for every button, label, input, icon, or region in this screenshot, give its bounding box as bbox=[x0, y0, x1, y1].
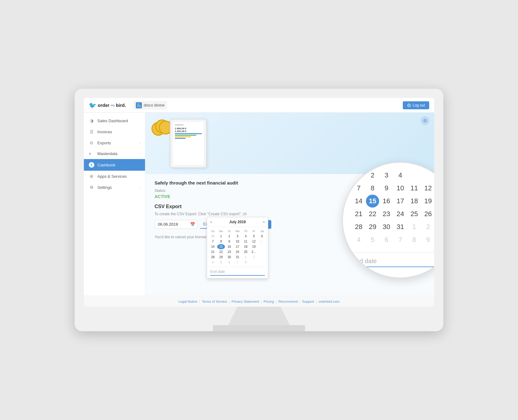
venue-icon: 🏪 bbox=[136, 102, 142, 108]
footer-sep-2: | bbox=[229, 300, 230, 303]
cashbook-title: Safely through the next financial audit bbox=[155, 180, 277, 185]
sidebar-item-cashbook[interactable]: € Cashbook bbox=[84, 159, 145, 171]
footer-sep-6: | bbox=[316, 300, 317, 303]
mag-row-3: 14 15 16 17 18 19 20 bbox=[352, 195, 434, 208]
exports-chevron: › bbox=[139, 141, 140, 145]
cal-next-btn[interactable]: » bbox=[263, 220, 265, 224]
cal-week-1: 30 1 2 3 4 5 6 bbox=[209, 234, 266, 239]
mag-end-date-section: End date bbox=[343, 252, 434, 272]
cal-prev-btn[interactable]: « bbox=[210, 220, 212, 224]
settings-chevron: › bbox=[139, 186, 140, 189]
footer-sep-3: | bbox=[261, 300, 262, 303]
calendar-icon[interactable]: 📅 bbox=[190, 222, 195, 227]
cal-week-4: 21 22 23 24 25 2… bbox=[209, 249, 266, 255]
content-area: orderbird 1.000,00 € 1.233,18 € ⚙ bbox=[145, 113, 434, 296]
footer-sep-1: | bbox=[199, 300, 200, 303]
monitor-stand bbox=[228, 307, 290, 325]
cal-week-5: 28 29 30 31 1 2 bbox=[209, 255, 266, 260]
profile-settings-icon[interactable]: ⚙ bbox=[421, 116, 429, 125]
cal-month-label: July 2019 bbox=[229, 220, 246, 224]
sidebar-label-apps-services: Apps & Services bbox=[97, 174, 127, 179]
cashbook-icon: € bbox=[89, 162, 94, 168]
settings-icon: ⚙ bbox=[89, 185, 94, 190]
cal-end-placeholder[interactable]: End date bbox=[210, 270, 265, 276]
mag-end-date-label[interactable]: End date bbox=[352, 258, 434, 267]
mag-row-2: 7 8 9 10 11 12 13 bbox=[352, 182, 434, 195]
sidebar-label-masterdata: Masterdata bbox=[97, 151, 117, 156]
footer-link-support[interactable]: Support bbox=[302, 300, 314, 303]
tablet-amount1: 1.000,00 € bbox=[175, 127, 202, 130]
top-bar-left: 🐦 ordermybird. 🏪 disco divine bbox=[89, 101, 167, 110]
apps-icon: ⊗ bbox=[89, 174, 94, 179]
bird-icon: 🐦 bbox=[89, 102, 96, 109]
sidebar-item-apps-services[interactable]: ⊗ Apps & Services bbox=[84, 171, 145, 182]
cal-week-2: 7 8 9 10 11 12 1… bbox=[209, 239, 266, 244]
tablet-screen: orderbird 1.000,00 € 1.233,18 € bbox=[173, 122, 204, 165]
sidebar-label-cashbook: Cashbook bbox=[97, 163, 116, 167]
cal-end-date-section: End date bbox=[207, 267, 268, 278]
monitor-wrapper: 🐦 ordermybird. 🏪 disco divine ⏻ Log out … bbox=[75, 89, 443, 331]
footer-link-legal[interactable]: Legal Notice bbox=[179, 300, 197, 303]
footer-link-pricing[interactable]: Pricing bbox=[264, 300, 274, 303]
mag-pointer bbox=[388, 274, 395, 278]
masterdata-icon: ⊕ bbox=[89, 152, 94, 155]
sidebar-item-exports[interactable]: ⊘ Exports › bbox=[84, 137, 145, 148]
sidebar-item-settings[interactable]: ⚙ Settings › bbox=[84, 182, 145, 193]
top-bar: 🐦 ordermybird. 🏪 disco divine ⏻ Log out bbox=[84, 98, 434, 113]
mag-row-4: 21 22 23 24 25 26 27 bbox=[352, 208, 434, 220]
cal-header: « July 2019 » bbox=[207, 217, 268, 227]
logo-my: my bbox=[111, 104, 115, 107]
sidebar: ◑ Sales Dashboard ☰ Invoices ⊘ Exports ›… bbox=[84, 113, 145, 296]
venue-badge: 🏪 disco divine bbox=[133, 101, 167, 110]
calendar-popup: « July 2019 » Su Mo Tu We Th Fr bbox=[207, 217, 268, 278]
tablet-mockup: orderbird 1.000,00 € 1.233,18 € bbox=[170, 119, 207, 168]
sidebar-label-exports: Exports bbox=[97, 141, 111, 145]
invoices-icon: ☰ bbox=[89, 129, 94, 134]
footer-link-privacy[interactable]: Privacy Statement bbox=[232, 300, 259, 303]
cal-week-6: 4 5 6 7 8 bbox=[209, 260, 266, 265]
logo-text: order bbox=[98, 103, 109, 108]
sidebar-item-sales-dashboard[interactable]: ◑ Sales Dashboard bbox=[84, 115, 145, 126]
csv-description: To create the CSV Export: Click "Create … bbox=[155, 212, 293, 216]
footer-sep-4: | bbox=[276, 300, 277, 303]
power-icon: ⏻ bbox=[407, 103, 411, 107]
footer-sep-5: | bbox=[300, 300, 300, 303]
masterdata-chevron: › bbox=[139, 152, 140, 155]
main-layout: ◑ Sales Dashboard ☰ Invoices ⊘ Exports ›… bbox=[84, 113, 434, 296]
sidebar-label-sales-dashboard: Sales Dashboard bbox=[97, 119, 128, 123]
footer-link-terms[interactable]: Terms of Service bbox=[202, 300, 227, 303]
magnified-calendar: 2 3 4 7 8 9 bbox=[342, 162, 434, 278]
tablet-amount2: 1.233,18 € bbox=[175, 130, 202, 133]
monitor-screen: 🐦 ordermybird. 🏪 disco divine ⏻ Log out … bbox=[84, 98, 434, 307]
mag-cal-inner: 2 3 4 7 8 9 bbox=[343, 163, 434, 252]
dashboard-icon: ◑ bbox=[89, 118, 94, 123]
mag-row-5: 28 29 30 31 1 2 3 bbox=[352, 220, 434, 233]
cal-grid: Su Mo Tu We Th Fr Sa 30 1 bbox=[207, 227, 268, 267]
logout-label: Log out bbox=[413, 103, 425, 107]
cal-day-headers: Su Mo Tu We Th Fr Sa bbox=[209, 229, 266, 234]
sidebar-label-settings: Settings bbox=[97, 185, 112, 190]
start-date-wrap: 📅 bbox=[155, 220, 198, 229]
monitor-base bbox=[213, 325, 305, 331]
sidebar-label-invoices: Invoices bbox=[97, 130, 112, 134]
sidebar-item-masterdata[interactable]: ⊕ Masterdata › bbox=[84, 148, 145, 159]
mag-row-6: 4 5 6 7 8 9 10 bbox=[352, 233, 434, 246]
logo: 🐦 ordermybird. bbox=[89, 102, 126, 109]
cashbook-content: Safely through the next financial audit … bbox=[145, 174, 434, 245]
logout-button[interactable]: ⏻ Log out bbox=[403, 101, 429, 109]
footer: Legal Notice | Terms of Service | Privac… bbox=[84, 296, 434, 307]
exports-icon: ⊘ bbox=[89, 140, 94, 145]
logo-bird-text: bird. bbox=[116, 103, 126, 108]
footer-link-orderbird[interactable]: orderbird.com bbox=[319, 300, 339, 303]
footer-link-recommend[interactable]: Recommend bbox=[278, 300, 297, 303]
venue-name: disco divine bbox=[144, 103, 165, 107]
sidebar-item-invoices[interactable]: ☰ Invoices bbox=[84, 126, 145, 137]
cal-week-3: 14 15 16 17 18 19 bbox=[209, 244, 266, 249]
